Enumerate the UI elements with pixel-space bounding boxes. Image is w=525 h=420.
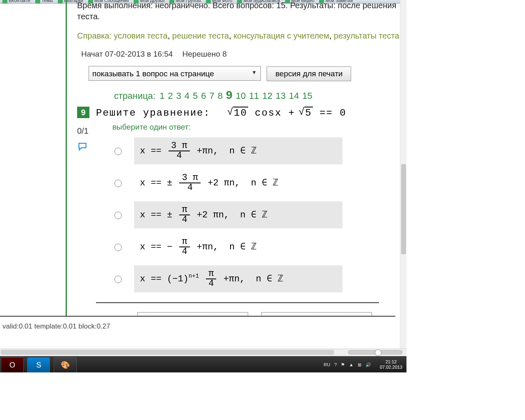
page-link-10[interactable]: 10 [236, 91, 246, 101]
answer-option: x == 3 π4 +πn, n ∈ ℤ [112, 135, 413, 167]
questions-per-page-select[interactable]: показывать 1 вопрос на странице [89, 66, 261, 81]
started-at: Начат 07-02-2013 в 16:54 [81, 50, 173, 58]
bookmark-item[interactable]: ВКонтакте [2, 0, 30, 3]
tray-volume-icon[interactable]: 🔊 [365, 362, 371, 368]
tray-clock[interactable]: 21:12 07.02.2013 [377, 359, 406, 370]
page-link-5[interactable]: 5 [193, 91, 198, 101]
test-meta: Начат 07-02-2013 в 16:54 Нерешено 8 [77, 50, 413, 59]
question-divider [96, 302, 379, 303]
answer-formula: x == ± 3 π4 +2 πn, n ∈ ℤ [134, 169, 342, 196]
unsolved-count: Нерешено 8 [183, 50, 227, 58]
page-link-11[interactable]: 11 [249, 91, 259, 101]
answer-option: x == − π4 +πn, n ∈ ℤ [112, 231, 413, 263]
print-version-button[interactable]: версия для печати [267, 66, 351, 81]
page-link-3[interactable]: 3 [176, 91, 181, 101]
page-link-13[interactable]: 13 [276, 91, 285, 101]
answer-radio[interactable] [114, 148, 122, 155]
tray-help-icon[interactable]: ? [334, 362, 337, 367]
question-number-badge: 9 [77, 107, 89, 118]
question-text: Решите уравнение: 10 cosx + 5 == 0 [96, 107, 413, 119]
blank-area-right [406, 0, 525, 420]
answer-formula: x == − π4 +πn, n ∈ ℤ [134, 233, 342, 260]
choose-one-label: выберите один ответ: [112, 123, 413, 132]
pagination: страница: 123456789101112131415 [77, 89, 413, 102]
taskbar-paint-icon[interactable]: 🎨 [54, 357, 77, 373]
tray-network-icon[interactable]: ⊞ [358, 362, 361, 368]
page-link-12[interactable]: 12 [262, 91, 272, 101]
pagination-label: страница: [114, 91, 155, 101]
equation-tail: == 0 [320, 107, 347, 119]
page-link-15[interactable]: 15 [302, 91, 312, 101]
question-prompt-text: Решите уравнение: [96, 107, 210, 119]
tray-flag-icon[interactable]: ⚑ [341, 362, 345, 368]
answer-radio[interactable] [114, 244, 122, 251]
page-link-14[interactable]: 14 [289, 91, 299, 101]
page-link-8[interactable]: 8 [218, 91, 223, 101]
answer-formula: x == 3 π4 +πn, n ∈ ℤ [134, 137, 342, 164]
sqrt-5: 5 [304, 107, 313, 119]
answer-formula: x == ± π4 +2 πn, n ∈ ℤ [134, 201, 342, 228]
windows-taskbar: O S 🎨 RU ? ⚑ ▲ ⊞ 🔊 21:12 07.02.2013 [0, 356, 406, 373]
help-link[interactable]: решение теста [170, 31, 229, 40]
help-link[interactable]: результаты теста [331, 31, 399, 40]
answer-option: x == ± π4 +2 πn, n ∈ ℤ [112, 199, 413, 231]
page-link-7[interactable]: 7 [210, 91, 215, 101]
zoom-slider[interactable] [348, 350, 402, 354]
equation-middle: cosx + [255, 107, 295, 119]
answer-option: x == (−1)n+1 π4 +πn, n ∈ ℤ [112, 263, 413, 295]
help-link[interactable]: условия теста [114, 31, 168, 40]
debug-footer: valid:0.01 template:0.01 block:0.27 [0, 316, 395, 331]
help-label: Справка: [77, 31, 112, 40]
answer-radio[interactable] [114, 212, 122, 219]
page-link-4[interactable]: 4 [185, 91, 189, 101]
help-link[interactable]: консультация с учителем [231, 31, 329, 40]
tray-lang[interactable]: RU [324, 362, 330, 367]
question-body: Решите уравнение: 10 cosx + 5 == 0 выбер… [96, 107, 413, 326]
help-links: Справка: условия теста, решение теста, к… [77, 30, 413, 41]
page-link-6[interactable]: 6 [201, 91, 206, 101]
page-link-1[interactable]: 1 [160, 91, 164, 101]
answers-list: x == 3 π4 +πn, n ∈ ℤx == ± 3 π4 +2 πn, n… [112, 135, 413, 295]
main-content: Время выполнения: неограничено. Всего во… [66, 0, 413, 326]
question-score: 0/1 [77, 126, 96, 136]
tray-arrow-up-icon[interactable]: ▲ [349, 362, 354, 367]
answer-radio[interactable] [114, 180, 122, 187]
taskbar-skype-icon[interactable]: S [27, 357, 50, 373]
display-controls: показывать 1 вопрос на странице версия д… [77, 66, 413, 81]
comment-icon[interactable] [77, 142, 96, 154]
answer-option: x == ± 3 π4 +2 πn, n ∈ ℤ [112, 167, 413, 199]
hscroll-thumb[interactable] [1, 350, 334, 355]
answer-radio[interactable] [114, 276, 122, 283]
question-block: 9 0/1 Решите уравнение: 10 cosx + 5 == 0… [77, 107, 413, 326]
system-tray: RU ? ⚑ ▲ ⊞ 🔊 21:12 07.02.2013 [322, 356, 406, 373]
page-link-2[interactable]: 2 [168, 91, 173, 101]
test-conditions: Время выполнения: неограничено. Всего во… [77, 0, 413, 22]
sqrt-10: 10 [233, 107, 248, 119]
question-side: 9 0/1 [77, 107, 96, 326]
bookmark-item[interactable]: Темы [35, 0, 53, 3]
page-link-9[interactable]: 9 [226, 89, 233, 101]
taskbar-opera-icon[interactable]: O [1, 357, 24, 373]
tray-date: 07.02.2013 [380, 365, 402, 370]
answer-formula: x == (−1)n+1 π4 +πn, n ∈ ℤ [134, 265, 342, 292]
horizontal-scrollbar[interactable] [0, 349, 406, 356]
tray-time: 21:12 [380, 359, 402, 365]
